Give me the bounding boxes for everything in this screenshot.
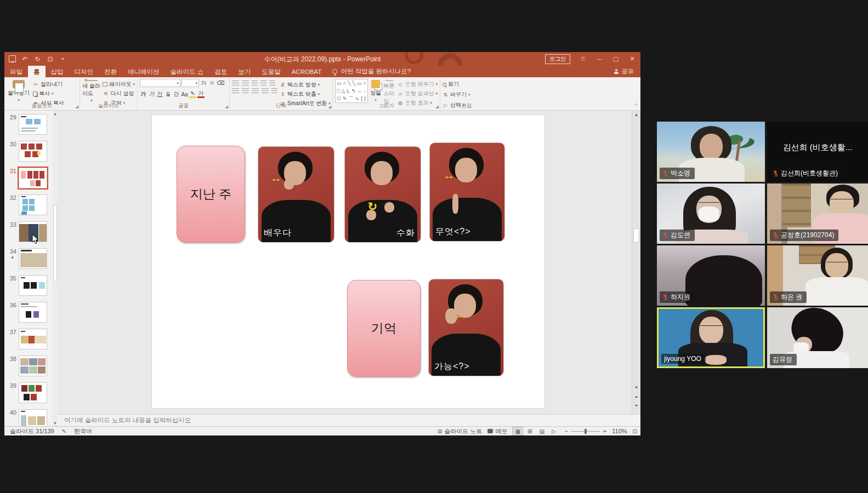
- sign-photo-what[interactable]: ↔ 무엇<?>: [429, 142, 505, 242]
- share-button[interactable]: 공유: [614, 66, 640, 77]
- sign-photo-learn[interactable]: ↔ 배우다: [258, 146, 334, 243]
- character-spacing-button[interactable]: 간: [173, 90, 180, 98]
- sign-photo-possible[interactable]: ← 가능<?>: [428, 279, 504, 376]
- shape-glyph[interactable]: ▭: [357, 80, 362, 87]
- shape-glyph[interactable]: △: [341, 88, 345, 95]
- find-button[interactable]: 찾기: [442, 81, 470, 88]
- ribbon-tab[interactable]: 디자인: [69, 66, 99, 77]
- ribbon-tab[interactable]: 전환: [99, 66, 122, 77]
- comments-button[interactable]: 메모: [487, 427, 507, 435]
- ribbon-tab[interactable]: 슬라이드 쇼: [165, 66, 209, 77]
- shape-glyph[interactable]: ○: [363, 80, 366, 87]
- login-button[interactable]: 로그인: [545, 54, 570, 64]
- align-center-icon[interactable]: [242, 88, 249, 94]
- video-tile-kim-seonhee[interactable]: 김선희 (비호생활... 김선희(비호생활관): [767, 122, 868, 182]
- notes-pane[interactable]: 여기에 슬라이드 노트의 내용을 입력하십시오: [58, 414, 640, 426]
- shape-glyph[interactable]: →: [357, 88, 362, 95]
- fit-to-window-icon[interactable]: ⊡: [633, 428, 637, 434]
- video-tile-jiyoung-yoo-active-speaker[interactable]: jiyoung YOO: [657, 307, 765, 368]
- reading-view-icon[interactable]: ▤: [537, 427, 547, 435]
- new-slide-button[interactable]: 새 슬라이드 ▾: [82, 79, 100, 102]
- slide-thumbnail[interactable]: 32: [4, 194, 57, 215]
- copy-button[interactable]: 복사▾: [33, 90, 64, 98]
- change-case-button[interactable]: Aa: [181, 90, 188, 98]
- ribbon-tab[interactable]: 검토: [209, 66, 232, 77]
- arrange-button[interactable]: 정렬 ▾: [370, 79, 381, 102]
- language-indicator[interactable]: 한국어: [74, 427, 92, 435]
- zoom-slider-thumb[interactable]: [585, 429, 587, 434]
- quick-styles-button[interactable]: 빠른 스타일: [383, 79, 395, 102]
- shape-glyph[interactable]: ╲: [352, 80, 355, 87]
- slide-canvas[interactable]: 지난 주 ↔ 배우다 ↻ 수화: [152, 115, 544, 408]
- next-slide-icon[interactable]: ⏷: [632, 403, 640, 409]
- paste-button[interactable]: 붙여넣기 ▾: [7, 79, 31, 102]
- ribbon-tab[interactable]: 삽입: [46, 66, 69, 77]
- slide-thumbnail[interactable]: 35: [4, 275, 57, 296]
- normal-view-icon[interactable]: ▦: [513, 427, 523, 435]
- clear-format-button[interactable]: ⌫: [217, 79, 224, 87]
- sign-photo-sign-language[interactable]: ↻ 수화: [344, 146, 421, 243]
- close-icon[interactable]: ✕: [624, 52, 640, 66]
- zoom-in-icon[interactable]: +: [603, 428, 606, 434]
- main-scrollbar[interactable]: ▲ ▼ ⏶ ⏷: [632, 111, 640, 414]
- align-right-icon[interactable]: [252, 88, 259, 94]
- proofing-icon[interactable]: ✎: [62, 428, 66, 434]
- video-tile-park-soyoung[interactable]: 박소영: [657, 122, 765, 182]
- video-tile-haeun-kwon[interactable]: 하은 권: [767, 245, 868, 306]
- scroll-down-icon[interactable]: ▼: [53, 421, 58, 425]
- shape-glyph[interactable]: ╲: [348, 80, 350, 87]
- replace-button[interactable]: ⇅바꾸기▾: [442, 91, 470, 99]
- shapes-gallery[interactable]: ▭○╲╲▭○□△L↰→↓⬠✎⌒∿{}: [335, 79, 368, 103]
- font-size-select[interactable]: ▾: [181, 79, 199, 87]
- slide-thumbnail[interactable]: 30: [4, 141, 57, 162]
- slide-sorter-icon[interactable]: ⊞: [525, 427, 535, 435]
- columns-icon[interactable]: [271, 88, 277, 94]
- slide-thumbnail[interactable]: 34✦: [4, 248, 57, 269]
- font-color-button[interactable]: 가: [197, 90, 205, 98]
- shape-fill-button[interactable]: ◇도형 채우기▾: [398, 81, 438, 88]
- bullets-icon[interactable]: [232, 81, 239, 86]
- layout-button[interactable]: 레이아웃▾: [103, 81, 135, 88]
- bold-button[interactable]: 가: [140, 90, 147, 98]
- text-box-last-week[interactable]: 지난 주: [177, 146, 245, 243]
- slide-thumbnail[interactable]: 37: [4, 329, 57, 349]
- ribbon-tab[interactable]: 보기: [232, 66, 256, 77]
- previous-slide-icon[interactable]: ⏶: [632, 394, 640, 400]
- shape-glyph[interactable]: ○: [343, 80, 346, 87]
- shape-glyph[interactable]: ⬠: [337, 95, 341, 102]
- justify-icon[interactable]: [262, 88, 269, 94]
- shape-glyph[interactable]: L: [347, 88, 349, 95]
- zoom-slider[interactable]: [571, 431, 600, 432]
- shape-glyph[interactable]: }: [364, 95, 366, 102]
- slide-thumbnail[interactable]: 38: [4, 356, 57, 376]
- collapse-ribbon-icon[interactable]: ⌃: [634, 103, 638, 108]
- increase-indent-icon[interactable]: [260, 81, 266, 86]
- tell-me-search[interactable]: 어떤 작업을 원하시나요?: [327, 66, 416, 77]
- shape-glyph[interactable]: {: [361, 95, 362, 102]
- slide-thumbnail[interactable]: 36: [4, 302, 57, 323]
- notes-toggle-button[interactable]: ▤슬라이드 노트: [438, 427, 483, 435]
- maximize-icon[interactable]: ▢: [608, 52, 624, 66]
- numbering-icon[interactable]: [242, 81, 249, 86]
- font-dialog-launcher[interactable]: ◢: [225, 105, 228, 109]
- drawing-dialog-launcher[interactable]: ◢: [436, 105, 439, 109]
- thumbnail-scrollbar-thumb[interactable]: [53, 205, 57, 282]
- shape-glyph[interactable]: ↰: [351, 88, 355, 95]
- slide-thumbnail[interactable]: 33: [4, 221, 57, 242]
- shape-glyph[interactable]: ▭: [337, 80, 342, 87]
- text-box-memory[interactable]: 기억: [347, 280, 421, 377]
- shape-glyph[interactable]: ↓: [364, 88, 366, 95]
- ribbon-tab[interactable]: 홈: [28, 66, 46, 77]
- shape-glyph[interactable]: ∿: [355, 95, 359, 102]
- slide-thumbnail[interactable]: 29: [4, 114, 57, 135]
- shrink-font-button[interactable]: 가: [208, 79, 215, 87]
- paragraph-dialog-launcher[interactable]: ◢: [328, 105, 331, 109]
- video-tile-kim-doyeon[interactable]: 김도연: [657, 184, 765, 244]
- cut-button[interactable]: ✂잘라내기: [33, 81, 64, 88]
- ribbon-tab[interactable]: ACROBAT: [286, 66, 327, 77]
- highlight-button[interactable]: ✎: [189, 90, 196, 98]
- shape-glyph[interactable]: □: [337, 88, 339, 95]
- align-text-button[interactable]: ⇕텍스트 맞춤▾: [280, 90, 331, 98]
- video-tile-kim-yujeong[interactable]: 김유정: [767, 307, 868, 368]
- ribbon-tab[interactable]: 애니메이션: [122, 66, 165, 77]
